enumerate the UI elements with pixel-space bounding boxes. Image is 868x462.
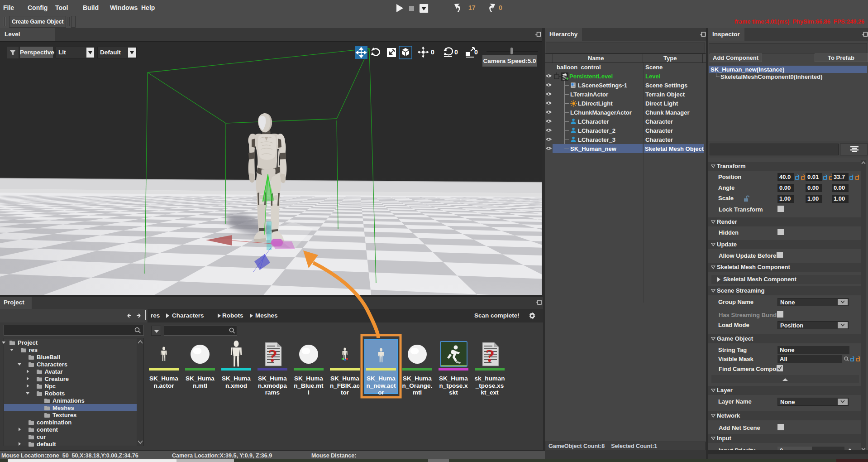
- svg-text:n_Blue.mt: n_Blue.mt: [294, 382, 324, 389]
- svg-text:skt: skt: [449, 389, 458, 396]
- svg-text:n.xmodpa: n.xmodpa: [258, 382, 287, 389]
- svg-text:l: l: [308, 389, 310, 396]
- svg-text:n.mtl: n.mtl: [193, 382, 207, 389]
- svg-text:SK_Huma: SK_Huma: [403, 375, 432, 382]
- svg-text:SK_Huma: SK_Huma: [294, 375, 323, 382]
- svg-text:n_FBIK.ac: n_FBIK.ac: [330, 382, 360, 389]
- svg-text:n_new.act: n_new.act: [367, 382, 396, 389]
- svg-text:SK_Huma: SK_Huma: [149, 375, 178, 382]
- svg-text:n_tpose.x: n_tpose.x: [439, 382, 468, 389]
- svg-text:sk_human: sk_human: [475, 375, 505, 382]
- svg-text:0: 0: [431, 48, 434, 56]
- svg-text:SK_Huma: SK_Huma: [330, 375, 359, 382]
- svg-text:tor: tor: [341, 389, 349, 396]
- svg-text:SK_Huma: SK_Huma: [439, 375, 468, 382]
- svg-text:n.xmod: n.xmod: [225, 382, 247, 389]
- svg-text:_tpose.xs: _tpose.xs: [475, 382, 504, 389]
- svg-text:0: 0: [474, 48, 478, 56]
- svg-text:SK_Huma: SK_Huma: [367, 375, 396, 382]
- svg-text:?: ?: [486, 346, 495, 366]
- svg-text:0: 0: [454, 48, 458, 56]
- svg-text:SK_Huma: SK_Huma: [186, 375, 215, 382]
- svg-text:kt_ext: kt_ext: [481, 389, 499, 396]
- svg-text:n_Orange.: n_Orange.: [402, 382, 433, 389]
- svg-text:or: or: [378, 389, 384, 396]
- svg-text:SK_Huma: SK_Huma: [258, 375, 287, 382]
- svg-text:mtl: mtl: [413, 389, 422, 396]
- svg-text:SK_Huma: SK_Huma: [222, 375, 251, 382]
- svg-text:n.actor: n.actor: [153, 382, 174, 389]
- svg-text:rams: rams: [265, 389, 280, 396]
